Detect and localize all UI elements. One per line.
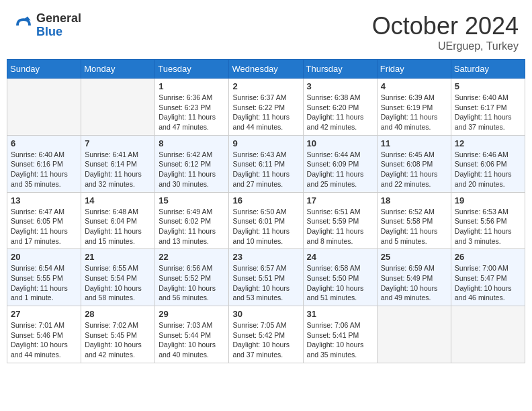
logo-icon [13,15,34,36]
calendar-cell: 26Sunrise: 7:00 AM Sunset: 5:47 PM Dayli… [451,249,525,306]
day-number: 17 [307,195,373,205]
calendar-cell: 10Sunrise: 6:44 AM Sunset: 6:09 PM Dayli… [303,135,377,192]
logo: General Blue [13,12,81,39]
calendar-cell: 17Sunrise: 6:51 AM Sunset: 5:59 PM Dayli… [303,192,377,249]
day-number: 8 [159,138,225,148]
day-number: 2 [232,81,299,91]
calendar-cell: 1Sunrise: 6:36 AM Sunset: 6:23 PM Daylig… [155,79,229,136]
day-number: 1 [159,81,225,91]
day-info: Sunrise: 7:06 AM Sunset: 5:41 PM Dayligh… [307,320,373,360]
title-block: October 2024 UErguep, Turkey [372,12,519,52]
logo-blue-text: Blue [36,26,81,39]
calendar-cell: 6Sunrise: 6:40 AM Sunset: 6:16 PM Daylig… [7,135,81,192]
header-monday: Monday [81,60,155,79]
header-friday: Friday [377,60,451,79]
calendar-table: SundayMondayTuesdayWednesdayThursdayFrid… [7,59,525,363]
calendar-cell: 5Sunrise: 6:40 AM Sunset: 6:17 PM Daylig… [451,79,525,136]
day-number: 6 [11,138,77,148]
calendar-cell: 7Sunrise: 6:41 AM Sunset: 6:14 PM Daylig… [81,135,155,192]
header-thursday: Thursday [303,60,377,79]
day-info: Sunrise: 7:03 AM Sunset: 5:44 PM Dayligh… [159,320,225,360]
header-saturday: Saturday [451,60,525,79]
day-info: Sunrise: 6:53 AM Sunset: 5:56 PM Dayligh… [455,207,521,246]
calendar-cell: 13Sunrise: 6:47 AM Sunset: 6:05 PM Dayli… [7,192,81,249]
day-info: Sunrise: 7:05 AM Sunset: 5:42 PM Dayligh… [232,320,299,360]
day-info: Sunrise: 6:43 AM Sunset: 6:11 PM Dayligh… [232,150,299,189]
calendar-cell: 16Sunrise: 6:50 AM Sunset: 6:01 PM Dayli… [229,192,303,249]
calendar-cell: 3Sunrise: 6:38 AM Sunset: 6:20 PM Daylig… [303,79,377,136]
day-number: 29 [159,309,225,319]
day-number: 11 [381,138,447,148]
day-number: 10 [307,138,373,148]
day-info: Sunrise: 6:36 AM Sunset: 6:23 PM Dayligh… [159,93,225,132]
day-info: Sunrise: 6:57 AM Sunset: 5:51 PM Dayligh… [232,263,299,303]
day-number: 15 [159,195,225,205]
calendar-cell [81,79,155,136]
day-number: 3 [307,81,373,91]
day-number: 12 [455,138,521,148]
calendar-cell: 2Sunrise: 6:37 AM Sunset: 6:22 PM Daylig… [229,79,303,136]
day-info: Sunrise: 6:54 AM Sunset: 5:55 PM Dayligh… [11,263,77,303]
day-number: 26 [455,252,521,262]
location-subtitle: UErguep, Turkey [372,40,519,52]
calendar-cell: 21Sunrise: 6:55 AM Sunset: 5:54 PM Dayli… [81,249,155,306]
day-info: Sunrise: 6:50 AM Sunset: 6:01 PM Dayligh… [232,207,299,246]
calendar-cell: 4Sunrise: 6:39 AM Sunset: 6:19 PM Daylig… [377,79,451,136]
calendar-cell: 25Sunrise: 6:59 AM Sunset: 5:49 PM Dayli… [377,249,451,306]
day-info: Sunrise: 6:40 AM Sunset: 6:16 PM Dayligh… [11,150,77,189]
day-info: Sunrise: 6:49 AM Sunset: 6:02 PM Dayligh… [159,207,225,246]
day-number: 30 [232,309,299,319]
calendar-cell: 27Sunrise: 7:01 AM Sunset: 5:46 PM Dayli… [7,306,81,363]
calendar-cell: 9Sunrise: 6:43 AM Sunset: 6:11 PM Daylig… [229,135,303,192]
header-wednesday: Wednesday [229,60,303,79]
day-info: Sunrise: 6:39 AM Sunset: 6:19 PM Dayligh… [381,93,447,132]
day-number: 16 [232,195,299,205]
calendar-week-1: 1Sunrise: 6:36 AM Sunset: 6:23 PM Daylig… [7,79,525,136]
logo-text: General Blue [36,12,81,39]
day-info: Sunrise: 6:42 AM Sunset: 6:12 PM Dayligh… [159,150,225,189]
day-info: Sunrise: 6:56 AM Sunset: 5:52 PM Dayligh… [159,263,225,303]
day-info: Sunrise: 7:00 AM Sunset: 5:47 PM Dayligh… [455,263,521,303]
day-number: 28 [85,309,151,319]
calendar-cell: 8Sunrise: 6:42 AM Sunset: 6:12 PM Daylig… [155,135,229,192]
day-info: Sunrise: 6:38 AM Sunset: 6:20 PM Dayligh… [307,93,373,132]
day-number: 25 [381,252,447,262]
day-info: Sunrise: 6:59 AM Sunset: 5:49 PM Dayligh… [381,263,447,303]
day-number: 5 [455,81,521,91]
day-number: 13 [11,195,77,205]
calendar-week-2: 6Sunrise: 6:40 AM Sunset: 6:16 PM Daylig… [7,135,525,192]
calendar-cell: 19Sunrise: 6:53 AM Sunset: 5:56 PM Dayli… [451,192,525,249]
day-info: Sunrise: 6:58 AM Sunset: 5:50 PM Dayligh… [307,263,373,303]
calendar-cell: 23Sunrise: 6:57 AM Sunset: 5:51 PM Dayli… [229,249,303,306]
day-info: Sunrise: 6:45 AM Sunset: 6:08 PM Dayligh… [381,150,447,189]
day-info: Sunrise: 6:51 AM Sunset: 5:59 PM Dayligh… [307,207,373,246]
day-number: 31 [307,309,373,319]
day-number: 19 [455,195,521,205]
day-number: 27 [11,309,77,319]
page-header: General Blue October 2024 UErguep, Turke… [7,7,525,55]
day-info: Sunrise: 6:41 AM Sunset: 6:14 PM Dayligh… [85,150,151,189]
day-number: 14 [85,195,151,205]
calendar-cell [451,306,525,363]
day-info: Sunrise: 6:44 AM Sunset: 6:09 PM Dayligh… [307,150,373,189]
day-number: 7 [85,138,151,148]
calendar-cell: 30Sunrise: 7:05 AM Sunset: 5:42 PM Dayli… [229,306,303,363]
day-info: Sunrise: 6:52 AM Sunset: 5:58 PM Dayligh… [381,207,447,246]
day-info: Sunrise: 7:02 AM Sunset: 5:45 PM Dayligh… [85,320,151,360]
day-info: Sunrise: 6:48 AM Sunset: 6:04 PM Dayligh… [85,207,151,246]
calendar-cell [377,306,451,363]
header-sunday: Sunday [7,60,81,79]
day-info: Sunrise: 7:01 AM Sunset: 5:46 PM Dayligh… [11,320,77,360]
calendar-cell: 28Sunrise: 7:02 AM Sunset: 5:45 PM Dayli… [81,306,155,363]
month-year-title: October 2024 [372,12,519,40]
calendar-header-row: SundayMondayTuesdayWednesdayThursdayFrid… [7,60,525,79]
day-number: 20 [11,252,77,262]
calendar-cell: 31Sunrise: 7:06 AM Sunset: 5:41 PM Dayli… [303,306,377,363]
day-number: 23 [232,252,299,262]
calendar-week-4: 20Sunrise: 6:54 AM Sunset: 5:55 PM Dayli… [7,249,525,306]
calendar-cell [7,79,81,136]
calendar-cell: 12Sunrise: 6:46 AM Sunset: 6:06 PM Dayli… [451,135,525,192]
calendar-week-5: 27Sunrise: 7:01 AM Sunset: 5:46 PM Dayli… [7,306,525,363]
day-number: 21 [85,252,151,262]
day-number: 9 [232,138,299,148]
